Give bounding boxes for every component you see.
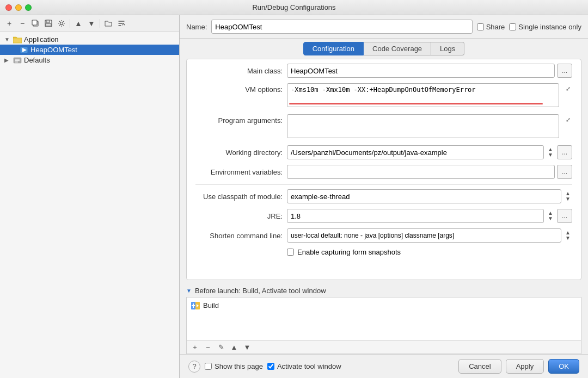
single-instance-checkbox[interactable] — [509, 23, 516, 30]
before-launch-section: ▼ Before launch: Build, Activate tool wi… — [186, 284, 581, 354]
share-row: Share — [477, 23, 505, 31]
env-vars-browse-button[interactable]: ... — [557, 165, 572, 179]
bl-up-button[interactable]: ▲ — [228, 342, 240, 352]
share-checkbox[interactable] — [477, 23, 484, 30]
sort-button[interactable] — [115, 17, 127, 29]
classpath-label: Use classpath of module: — [195, 193, 283, 201]
shorten-arrows[interactable]: ▲▼ — [564, 230, 572, 241]
ok-button[interactable]: OK — [548, 359, 579, 374]
name-input[interactable] — [211, 20, 472, 34]
bl-remove-button[interactable]: − — [202, 342, 214, 352]
working-dir-row: Working directory: ▲▼ ... — [195, 145, 572, 159]
program-args-input-wrap — [287, 114, 559, 140]
config-content: Main class: ... VM options: -Xms10m -Xmx… — [186, 59, 581, 280]
save-config-button[interactable] — [42, 17, 54, 29]
add-config-button[interactable]: + — [3, 17, 15, 29]
main-layout: + − ▲ — [0, 15, 588, 378]
working-dir-arrows[interactable]: ▲▼ — [546, 147, 555, 158]
build-icon — [191, 302, 200, 309]
form-snapshots-checkbox[interactable] — [287, 249, 294, 256]
tabs-bar: Configuration Code Coverage Logs — [180, 39, 588, 59]
divider — [195, 184, 572, 185]
move-down-button[interactable]: ▼ — [85, 17, 97, 29]
bl-add-button[interactable]: + — [189, 342, 201, 352]
vm-options-row: VM options: -Xms10m -Xmx10m -XX:+HeapDum… — [195, 83, 572, 109]
single-instance-row: Single instance only — [509, 23, 581, 31]
main-class-label: Main class: — [195, 67, 283, 75]
env-vars-input-group: ... — [287, 165, 572, 179]
program-args-input[interactable] — [287, 114, 559, 138]
classpath-select-wrap: example-se-thread ▲▼ — [287, 189, 572, 203]
svg-rect-15 — [192, 305, 195, 306]
jre-input-group: 1.8 ▲▼ ... — [287, 209, 572, 223]
activate-window-label[interactable]: Activate tool window — [267, 362, 341, 370]
apply-button[interactable]: Apply — [506, 359, 544, 374]
env-vars-input[interactable] — [287, 165, 555, 179]
copy-icon — [32, 20, 39, 27]
working-dir-input[interactable] — [287, 145, 544, 159]
before-launch-header[interactable]: ▼ Before launch: Build, Activate tool wi… — [186, 284, 581, 297]
main-class-browse-button[interactable]: ... — [557, 64, 572, 78]
folder-button[interactable] — [102, 17, 114, 29]
copy-config-button[interactable] — [29, 17, 41, 29]
show-page-checkbox[interactable] — [205, 363, 212, 370]
show-page-label[interactable]: Show this page — [205, 362, 263, 370]
env-vars-label: Environment variables: — [195, 168, 283, 176]
share-label: Share — [486, 23, 505, 31]
activate-window-checkbox[interactable] — [267, 363, 274, 370]
vm-error-underline — [289, 103, 543, 104]
main-class-input-group: ... — [287, 64, 572, 78]
classpath-select[interactable]: example-se-thread — [287, 189, 561, 203]
bl-down-button[interactable]: ▼ — [241, 342, 253, 352]
remove-config-button[interactable]: − — [16, 17, 28, 29]
program-args-row: Program arguments: ⤢ — [195, 114, 572, 140]
cancel-button[interactable]: Cancel — [458, 359, 501, 374]
tree-item-application[interactable]: ▼ Application — [0, 34, 179, 45]
tab-code-coverage[interactable]: Code Coverage — [364, 42, 431, 55]
run-config-icon — [20, 46, 28, 54]
vm-options-input-wrap: -Xms10m -Xmx10m -XX:+HeapDumpOnOutOfMemo… — [287, 83, 559, 109]
svg-rect-3 — [46, 20, 50, 23]
prog-expand-icon[interactable]: ⤢ — [564, 115, 572, 124]
shorten-row: Shorten command line: user-local default… — [195, 228, 572, 243]
working-dir-select-wrap: ▲▼ — [287, 145, 555, 159]
shorten-select[interactable]: user-local default: none - java [options… — [287, 228, 561, 243]
jre-arrows[interactable]: ▲▼ — [546, 210, 555, 221]
vm-options-label: VM options: — [195, 83, 283, 94]
name-bar: Name: Share Single instance only — [180, 15, 588, 39]
vm-expand-icon[interactable]: ⤢ — [564, 84, 572, 93]
svg-rect-4 — [46, 23, 51, 26]
form-snapshots-label: Enable capturing form snapshots — [297, 248, 401, 256]
jre-browse-button[interactable]: ... — [557, 209, 572, 223]
single-instance-checkbox-label[interactable]: Single instance only — [509, 23, 581, 31]
move-up-button[interactable]: ▲ — [72, 17, 84, 29]
show-page-text: Show this page — [215, 362, 263, 370]
share-checkbox-label[interactable]: Share — [477, 23, 505, 31]
config-tree: ▼ Application HeapOOMTest ▶ — [0, 32, 179, 378]
tab-configuration[interactable]: Configuration — [303, 42, 364, 55]
help-button[interactable]: ? — [188, 361, 200, 373]
jre-select[interactable]: 1.8 — [287, 209, 544, 223]
maximize-button[interactable] — [25, 4, 32, 11]
before-launch-title: Before launch: Build, Activate tool wind… — [195, 287, 326, 295]
working-dir-browse-button[interactable]: ... — [557, 145, 572, 159]
close-button[interactable] — [5, 4, 12, 11]
expand-arrow: ▼ — [4, 36, 11, 42]
folder-icon — [105, 20, 112, 27]
before-launch-list: Build — [186, 297, 581, 340]
tab-logs[interactable]: Logs — [431, 42, 464, 55]
titlebar: Run/Debug Configurations — [0, 0, 588, 15]
expand-arrow2: ▶ — [4, 57, 11, 63]
classpath-arrows[interactable]: ▲▼ — [564, 191, 572, 202]
settings-config-button[interactable] — [56, 17, 68, 29]
before-launch-item-label: Build — [203, 301, 219, 309]
bl-edit-button[interactable]: ✎ — [215, 342, 227, 352]
toolbar-separator2 — [100, 19, 100, 28]
tree-item-heapoomtest[interactable]: HeapOOMTest — [0, 45, 179, 55]
jre-label: JRE: — [195, 212, 283, 220]
main-class-input[interactable] — [287, 64, 555, 78]
bottom-left: Show this page Activate tool window — [205, 362, 454, 370]
tree-item-defaults[interactable]: ▶ Defaults — [0, 55, 179, 65]
titlebar-title: Run/Debug Configurations — [252, 3, 335, 11]
minimize-button[interactable] — [15, 4, 22, 11]
